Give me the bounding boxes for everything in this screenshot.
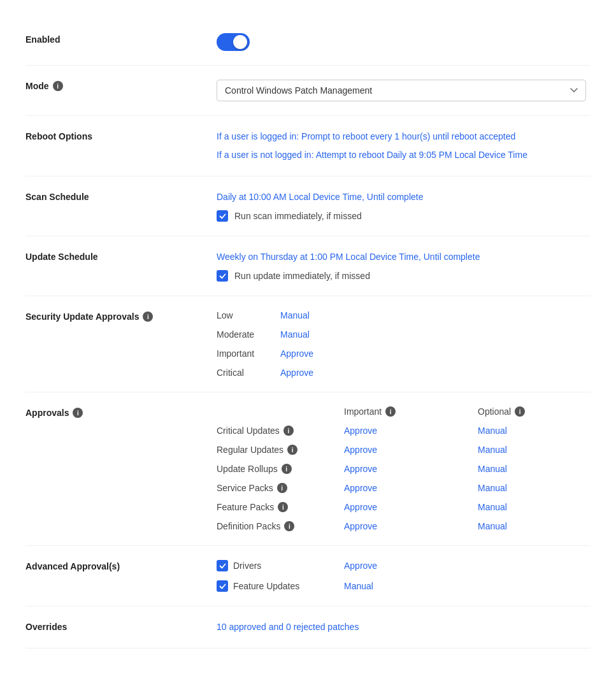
update-content: Weekly on Thursday at 1:00 PM Local Devi…: [217, 250, 591, 282]
approvals-service-important[interactable]: Approve: [344, 483, 478, 493]
security-row-low: Low Manual: [217, 310, 591, 320]
approvals-critical-important[interactable]: Approve: [344, 426, 478, 436]
service-packs-info-icon[interactable]: i: [277, 483, 287, 493]
approvals-info-icon[interactable]: i: [73, 408, 83, 418]
security-level-important: Important: [217, 348, 280, 359]
approvals-col-important: Important i: [344, 406, 478, 417]
approvals-rollups-name: Update Rollups i: [217, 464, 344, 474]
mode-content: Control Windows Patch ManagementMonitor …: [217, 80, 591, 101]
update-label: Update Schedule: [25, 252, 204, 262]
overrides-label: Overrides: [25, 622, 204, 632]
security-label-col: Security Update Approvals i: [25, 310, 217, 322]
approvals-service-packs: Service Packs i Approve Manual: [217, 483, 612, 493]
approvals-definition-name: Definition Packs i: [217, 521, 344, 531]
reboot-link1[interactable]: If a user is logged in: Prompt to reboot…: [217, 130, 591, 143]
scan-label-col: Scan Schedule: [25, 190, 217, 202]
scan-schedule-link[interactable]: Daily at 10:00 AM Local Device Time, Unt…: [217, 190, 591, 204]
reboot-link2[interactable]: If a user is not logged in: Attempt to r…: [217, 148, 591, 162]
approvals-rollups-important[interactable]: Approve: [344, 464, 478, 474]
advanced-feature-updates-value[interactable]: Manual: [344, 581, 373, 591]
security-level-low: Low: [217, 310, 280, 320]
approvals-critical-name: Critical Updates i: [217, 426, 344, 436]
scan-content: Daily at 10:00 AM Local Device Time, Unt…: [217, 190, 591, 222]
approvals-regular-updates: Regular Updates i Approve Manual: [217, 445, 612, 455]
approvals-feature-packs-optional[interactable]: Manual: [478, 502, 507, 512]
enabled-content: [217, 33, 591, 51]
scan-label: Scan Schedule: [25, 192, 204, 202]
scan-schedule-row: Scan Schedule Daily at 10:00 AM Local De…: [25, 176, 591, 236]
feature-updates-checkbox[interactable]: [217, 580, 228, 592]
critical-updates-info-icon[interactable]: i: [283, 426, 294, 436]
feature-packs-info-icon[interactable]: i: [278, 502, 288, 512]
approvals-rollups-optional[interactable]: Manual: [478, 464, 507, 474]
approvals-feature-packs-name: Feature Packs i: [217, 502, 344, 512]
update-label-col: Update Schedule: [25, 250, 217, 262]
advanced-drivers-row: Drivers Approve: [217, 560, 591, 571]
advanced-drivers-value[interactable]: Approve: [344, 561, 377, 571]
mode-label-col: Mode i: [25, 80, 217, 91]
security-value-low[interactable]: Manual: [280, 310, 310, 320]
approvals-regular-name: Regular Updates i: [217, 445, 344, 455]
approvals-feature-packs-important[interactable]: Approve: [344, 502, 478, 512]
enabled-label-col: Enabled: [25, 33, 217, 45]
security-value-moderate[interactable]: Manual: [280, 329, 310, 340]
overrides-content: 10 approved and 0 rejected patches: [217, 620, 591, 634]
advanced-feature-updates-name: Feature Updates: [217, 580, 344, 592]
update-schedule-link[interactable]: Weekly on Thursday at 1:00 PM Local Devi…: [217, 250, 591, 264]
enabled-label: Enabled: [25, 34, 204, 45]
approvals-update-rollups: Update Rollups i Approve Manual: [217, 464, 612, 474]
mode-select[interactable]: Control Windows Patch ManagementMonitor …: [217, 80, 586, 101]
approvals-label-col: Approvals i: [25, 406, 217, 418]
update-rollups-info-icon[interactable]: i: [282, 464, 292, 474]
enabled-row: Enabled: [25, 19, 591, 66]
approvals-definition-packs: Definition Packs i Approve Manual: [217, 521, 612, 531]
reboot-label-col: Reboot Options: [25, 130, 217, 141]
approvals-col-optional: Optional i: [478, 406, 612, 417]
update-schedule-row: Update Schedule Weekly on Thursday at 1:…: [25, 236, 591, 296]
regular-updates-info-icon[interactable]: i: [287, 445, 297, 455]
update-checkbox[interactable]: [217, 270, 228, 282]
reboot-label: Reboot Options: [25, 131, 204, 141]
approvals-content: Important i Optional i Critical Updates …: [217, 406, 612, 531]
approvals-header: Important i Optional i: [217, 406, 612, 417]
mode-row: Mode i Control Windows Patch ManagementM…: [25, 66, 591, 116]
security-row-moderate: Moderate Manual: [217, 329, 591, 340]
update-checkbox-label: Run update immediately, if missed: [234, 271, 370, 281]
security-label: Security Update Approvals i: [25, 312, 204, 322]
approvals-regular-optional[interactable]: Manual: [478, 445, 507, 455]
security-level-moderate: Moderate: [217, 329, 280, 340]
approvals-feature-packs: Feature Packs i Approve Manual: [217, 502, 612, 512]
advanced-feature-updates-row: Feature Updates Manual: [217, 580, 591, 592]
update-checkbox-row: Run update immediately, if missed: [217, 270, 591, 282]
advanced-drivers-name: Drivers: [217, 560, 344, 571]
overrides-link[interactable]: 10 approved and 0 rejected patches: [217, 620, 591, 634]
enabled-toggle[interactable]: [217, 33, 250, 51]
advanced-approvals-row: Advanced Approval(s) Drivers Approve: [25, 546, 591, 606]
mode-info-icon[interactable]: i: [53, 81, 63, 91]
scan-checkbox[interactable]: [217, 210, 228, 222]
security-approvals-row: Security Update Approvals i Low Manual M…: [25, 296, 591, 392]
approvals-definition-optional[interactable]: Manual: [478, 521, 507, 531]
scan-checkbox-label: Run scan immediately, if missed: [234, 211, 362, 221]
approvals-definition-important[interactable]: Approve: [344, 521, 478, 531]
security-info-icon[interactable]: i: [143, 312, 153, 322]
advanced-label: Advanced Approval(s): [25, 561, 204, 571]
drivers-checkbox[interactable]: [217, 560, 228, 571]
approvals-regular-important[interactable]: Approve: [344, 445, 478, 455]
advanced-label-col: Advanced Approval(s): [25, 560, 217, 571]
security-content: Low Manual Moderate Manual Important App…: [217, 310, 591, 378]
overrides-label-col: Overrides: [25, 620, 217, 632]
security-row-important: Important Approve: [217, 348, 591, 359]
scan-checkbox-row: Run scan immediately, if missed: [217, 210, 591, 222]
definition-packs-info-icon[interactable]: i: [284, 521, 294, 531]
security-value-important[interactable]: Approve: [280, 348, 313, 359]
approvals-optional-info-icon[interactable]: i: [515, 406, 525, 417]
security-value-critical[interactable]: Approve: [280, 368, 313, 378]
mode-label: Mode i: [25, 81, 204, 91]
approvals-service-name: Service Packs i: [217, 483, 344, 493]
approvals-service-optional[interactable]: Manual: [478, 483, 507, 493]
advanced-content: Drivers Approve Feature Updates Manual: [217, 560, 591, 592]
approvals-label: Approvals i: [25, 408, 204, 418]
approvals-critical-optional[interactable]: Manual: [478, 426, 507, 436]
approvals-important-info-icon[interactable]: i: [385, 406, 396, 417]
